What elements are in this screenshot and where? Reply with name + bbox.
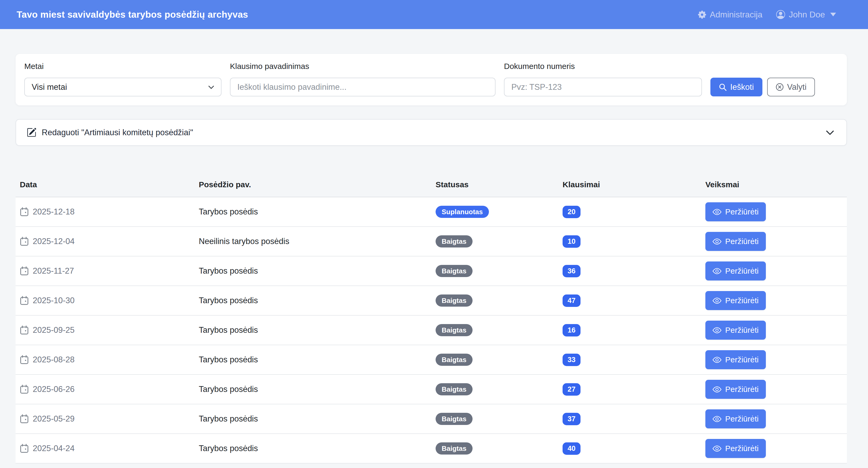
meeting-title: Tarybos posėdis bbox=[199, 207, 436, 216]
questions-count-badge: 10 bbox=[563, 235, 581, 248]
search-button[interactable]: Ieškoti bbox=[710, 78, 763, 96]
document-number-input[interactable] bbox=[504, 78, 702, 96]
meeting-title: Tarybos posėdis bbox=[199, 355, 436, 364]
meeting-title: Tarybos posėdis bbox=[199, 325, 436, 335]
view-button[interactable]: Peržiūrėti bbox=[705, 321, 766, 340]
question-filter-group: Klausimo pavadinimas bbox=[230, 62, 496, 96]
meeting-status-cell: Baigtas bbox=[436, 383, 563, 396]
view-button-label: Peržiūrėti bbox=[725, 444, 759, 453]
questions-count-cell: 20 bbox=[563, 206, 705, 218]
questions-count-badge: 36 bbox=[563, 265, 581, 277]
column-header-questions: Klausimai bbox=[563, 180, 705, 189]
year-label: Metai bbox=[24, 62, 221, 71]
view-button-label: Peržiūrėti bbox=[725, 414, 759, 423]
meeting-status-cell: Baigtas bbox=[436, 294, 563, 306]
view-button-label: Peržiūrėti bbox=[725, 237, 759, 246]
questions-count-badge: 40 bbox=[563, 442, 581, 455]
gear-icon bbox=[698, 10, 706, 19]
view-button[interactable]: Peržiūrėti bbox=[705, 439, 766, 458]
meeting-status-cell: Baigtas bbox=[436, 324, 563, 336]
calendar-icon bbox=[20, 355, 29, 364]
table-row: 2025-06-26 Tarybos posėdis Baigtas 27 Pe… bbox=[16, 375, 847, 404]
actions-cell: Peržiūrėti bbox=[705, 202, 847, 221]
meeting-date: 2025-12-04 bbox=[33, 237, 75, 246]
view-button[interactable]: Peržiūrėti bbox=[705, 409, 766, 429]
view-button[interactable]: Peržiūrėti bbox=[705, 380, 766, 399]
year-select-value: Visi metai bbox=[32, 82, 67, 92]
meeting-title: Tarybos posėdis bbox=[199, 414, 436, 423]
edit-committee-meetings-accordion[interactable]: Redaguoti "Artimiausi komitetų posėdžiai… bbox=[16, 119, 847, 146]
meeting-title: Neeilinis tarybos posėdis bbox=[199, 237, 436, 246]
actions-cell: Peržiūrėti bbox=[705, 380, 847, 399]
status-badge: Baigtas bbox=[436, 324, 472, 336]
chevron-down-icon bbox=[825, 128, 835, 137]
questions-count-cell: 16 bbox=[563, 324, 705, 337]
question-search-input[interactable] bbox=[230, 78, 496, 96]
table-row: 2025-08-28 Tarybos posėdis Baigtas 33 Pe… bbox=[16, 345, 847, 375]
view-button[interactable]: Peržiūrėti bbox=[705, 261, 766, 281]
actions-cell: Peržiūrėti bbox=[705, 232, 847, 251]
meeting-date-cell: 2025-04-24 bbox=[16, 444, 199, 453]
view-button[interactable]: Peržiūrėti bbox=[705, 202, 766, 221]
year-select[interactable]: Visi metai bbox=[24, 78, 221, 96]
table-row: 2025-11-27 Tarybos posėdis Baigtas 36 Pe… bbox=[16, 257, 847, 286]
questions-count-cell: 47 bbox=[563, 294, 705, 307]
top-header-actions: Administracija John Doe bbox=[698, 10, 836, 20]
eye-icon bbox=[713, 327, 721, 333]
admin-menu-link[interactable]: Administracija bbox=[698, 10, 763, 20]
questions-count-badge: 33 bbox=[563, 354, 581, 366]
column-header-date: Data bbox=[16, 180, 199, 189]
eye-icon bbox=[713, 238, 721, 245]
questions-count-cell: 40 bbox=[563, 442, 705, 455]
filter-card: Metai Visi metai Klausimo pavadinimas Do… bbox=[16, 54, 847, 106]
meeting-status-cell: Baigtas bbox=[436, 235, 563, 247]
document-filter-group: Dokumento numeris bbox=[504, 62, 702, 96]
status-badge: Baigtas bbox=[436, 265, 472, 277]
meeting-date-cell: 2025-12-04 bbox=[16, 237, 199, 246]
meeting-date: 2025-09-25 bbox=[33, 325, 75, 335]
eye-icon bbox=[713, 416, 721, 422]
view-button[interactable]: Peržiūrėti bbox=[705, 232, 766, 251]
questions-count-badge: 16 bbox=[563, 324, 581, 337]
meeting-date: 2025-05-29 bbox=[33, 414, 75, 423]
meeting-title: Tarybos posėdis bbox=[199, 296, 436, 305]
meeting-date: 2025-06-26 bbox=[33, 384, 75, 394]
status-badge: Baigtas bbox=[436, 442, 472, 455]
questions-count-cell: 27 bbox=[563, 383, 705, 396]
meeting-title: Tarybos posėdis bbox=[199, 384, 436, 394]
view-button[interactable]: Peržiūrėti bbox=[705, 291, 766, 310]
document-number-label: Dokumento numeris bbox=[504, 62, 702, 71]
edit-pencil-square-icon bbox=[27, 127, 36, 137]
actions-cell: Peržiūrėti bbox=[705, 439, 847, 458]
actions-cell: Peržiūrėti bbox=[705, 291, 847, 310]
calendar-icon bbox=[20, 444, 29, 453]
eye-icon bbox=[713, 445, 721, 452]
view-button[interactable]: Peržiūrėti bbox=[705, 350, 766, 369]
calendar-icon bbox=[20, 384, 29, 394]
caret-down-icon bbox=[830, 13, 836, 17]
meeting-date-cell: 2025-06-26 bbox=[16, 384, 199, 394]
status-badge: Suplanuotas bbox=[436, 206, 489, 218]
column-header-status: Statusas bbox=[436, 180, 563, 189]
meeting-date: 2025-11-27 bbox=[33, 266, 74, 276]
meeting-date: 2025-08-28 bbox=[33, 355, 75, 364]
view-button-label: Peržiūrėti bbox=[725, 355, 759, 364]
user-menu[interactable]: John Doe bbox=[776, 10, 836, 20]
meeting-status-cell: Suplanuotas bbox=[436, 206, 563, 218]
table-row: 2025-10-30 Tarybos posėdis Baigtas 47 Pe… bbox=[16, 286, 847, 316]
view-button-label: Peržiūrėti bbox=[725, 326, 759, 334]
table-row: 2025-12-18 Tarybos posėdis Suplanuotas 2… bbox=[16, 197, 847, 227]
status-badge: Baigtas bbox=[436, 294, 472, 306]
questions-count-badge: 47 bbox=[563, 294, 581, 307]
actions-cell: Peržiūrėti bbox=[705, 409, 847, 429]
meeting-title: Tarybos posėdis bbox=[199, 266, 436, 276]
table-row: 2025-04-24 Tarybos posėdis Baigtas 40 Pe… bbox=[16, 434, 847, 464]
meeting-status-cell: Baigtas bbox=[436, 442, 563, 455]
table-header: Data Posėdžio pav. Statusas Klausimai Ve… bbox=[16, 172, 847, 197]
view-button-label: Peržiūrėti bbox=[725, 207, 759, 216]
calendar-icon bbox=[20, 414, 29, 423]
person-circle-icon bbox=[776, 10, 785, 19]
status-badge: Baigtas bbox=[436, 354, 472, 366]
admin-menu-label: Administracija bbox=[710, 10, 763, 20]
clear-button[interactable]: Valyti bbox=[767, 78, 815, 96]
